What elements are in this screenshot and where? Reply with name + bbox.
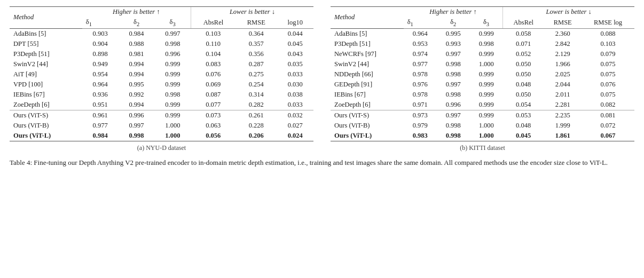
d3-cell: 0.999 [470, 110, 503, 121]
absrel-cell: 0.054 [503, 100, 544, 110]
absrel-cell: 0.071 [503, 39, 544, 49]
nyu-absrel-header: AbsRel [191, 17, 235, 28]
d2-cell: 0.996 [437, 100, 470, 110]
log10-cell: 0.075 [582, 59, 634, 69]
nyu-higher-header: Higher is better ↑ [82, 7, 191, 18]
table-row: P3Depth [51] 0.898 0.981 0.996 0.104 0.3… [10, 49, 313, 59]
ours-row: Ours (ViT-L) 0.984 0.998 1.000 0.056 0.2… [10, 131, 313, 141]
d3-cell: 0.998 [154, 90, 191, 100]
d1-cell: 0.984 [82, 131, 119, 141]
absrel-cell: 0.058 [503, 28, 544, 39]
d1-cell: 0.978 [404, 90, 437, 100]
table-row: SwinV2 [44] 0.949 0.994 0.999 0.083 0.28… [10, 59, 313, 69]
absrel-cell: 0.045 [503, 131, 544, 141]
absrel-cell: 0.083 [191, 59, 235, 69]
log10-cell: 0.076 [582, 80, 634, 90]
ours-row: Ours (ViT-B) 0.977 0.997 1.000 0.063 0.2… [10, 121, 313, 131]
absrel-cell: 0.104 [191, 49, 235, 59]
d3-cell: 0.996 [154, 49, 191, 59]
log10-cell: 0.072 [582, 121, 634, 131]
table-row: ZoeDepth [6] 0.971 0.996 0.999 0.054 2.2… [331, 100, 634, 110]
d2-cell: 0.997 [437, 49, 470, 59]
method-cell: Ours (ViT-B) [331, 121, 404, 131]
rmse-cell: 2.025 [544, 69, 582, 80]
rmse-cell: 2.011 [544, 90, 582, 100]
log10-cell: 0.024 [277, 131, 314, 141]
method-cell: NeWCRFs [97] [331, 49, 404, 59]
rmse-cell: 0.282 [235, 100, 277, 110]
kitti-header-row: Method Higher is better ↑ Lower is bette… [331, 7, 634, 18]
method-cell: AiT [49] [10, 69, 82, 80]
table-row: IEBins [67] 0.978 0.998 0.999 0.050 2.01… [331, 90, 634, 100]
log10-cell: 0.033 [277, 69, 314, 80]
d1-cell: 0.951 [82, 100, 119, 110]
log10-cell: 0.081 [582, 110, 634, 121]
ours-row: Ours (ViT-B) 0.979 0.998 1.000 0.048 1.9… [331, 121, 634, 131]
kitti-caption: (b) KITTI dataset [331, 144, 634, 152]
method-cell: AdaBins [5] [10, 28, 82, 39]
kitti-table-section: Method Higher is better ↑ Lower is bette… [331, 6, 634, 152]
d3-cell: 0.999 [154, 80, 191, 90]
d3-cell: 0.999 [470, 80, 503, 90]
rmse-cell: 0.206 [235, 131, 277, 141]
rmse-cell: 0.261 [235, 110, 277, 121]
method-cell: Ours (ViT-L) [10, 131, 82, 141]
table-row: NeWCRFs [97] 0.974 0.997 0.999 0.052 2.1… [331, 49, 634, 59]
kitti-higher-header: Higher is better ↑ [404, 7, 503, 18]
nyu-rmse-header: RMSE [235, 17, 277, 28]
rmse-cell: 2.235 [544, 110, 582, 121]
log10-cell: 0.045 [277, 39, 314, 49]
absrel-cell: 0.110 [191, 39, 235, 49]
rmse-cell: 2.281 [544, 100, 582, 110]
d2-cell: 0.994 [119, 59, 155, 69]
d2-cell: 0.998 [119, 131, 155, 141]
absrel-cell: 0.050 [503, 90, 544, 100]
d1-cell: 0.953 [404, 39, 437, 49]
table-row: VPD [100] 0.964 0.995 0.999 0.069 0.254 … [10, 80, 313, 90]
log10-cell: 0.082 [582, 100, 634, 110]
d3-cell: 0.998 [470, 39, 503, 49]
table-row: AdaBins [5] 0.964 0.995 0.999 0.058 2.36… [331, 28, 634, 39]
d2-cell: 0.995 [437, 28, 470, 39]
log10-cell: 0.075 [582, 69, 634, 80]
d3-cell: 0.999 [154, 69, 191, 80]
d2-cell: 0.996 [119, 110, 155, 121]
table-row: SwinV2 [44] 0.977 0.998 1.000 0.050 1.96… [331, 59, 634, 69]
method-cell: Ours (ViT-S) [331, 110, 404, 121]
d3-cell: 1.000 [154, 131, 191, 141]
d1-cell: 0.973 [404, 110, 437, 121]
method-cell: DPT [55] [10, 39, 82, 49]
d2-cell: 0.997 [119, 121, 155, 131]
kitti-lower-header: Lower is better ↓ [503, 7, 634, 18]
d1-cell: 0.983 [404, 131, 437, 141]
d2-cell: 0.998 [437, 69, 470, 80]
method-cell: VPD [100] [10, 80, 82, 90]
d3-cell: 0.999 [154, 110, 191, 121]
d2-cell: 0.981 [119, 49, 155, 59]
log10-cell: 0.088 [582, 28, 634, 39]
d1-cell: 0.949 [82, 59, 119, 69]
rmse-cell: 0.254 [235, 80, 277, 90]
kitti-d3-header: δ3 [470, 17, 503, 28]
log10-cell: 0.075 [582, 90, 634, 100]
absrel-cell: 0.087 [191, 90, 235, 100]
nyu-d3-header: δ3 [154, 17, 191, 28]
d1-cell: 0.978 [404, 69, 437, 80]
d1-cell: 0.904 [82, 39, 119, 49]
d2-cell: 0.997 [437, 110, 470, 121]
d2-cell: 0.995 [119, 80, 155, 90]
kitti-rmse-header: RMSE [544, 17, 582, 28]
log10-cell: 0.038 [277, 90, 314, 100]
d3-cell: 1.000 [470, 131, 503, 141]
d1-cell: 0.979 [404, 121, 437, 131]
d3-cell: 0.999 [470, 100, 503, 110]
d2-cell: 0.998 [437, 121, 470, 131]
ours-row: Ours (ViT-S) 0.961 0.996 0.999 0.073 0.2… [10, 110, 313, 121]
d1-cell: 0.954 [82, 69, 119, 80]
table-row: IEBins [67] 0.936 0.992 0.998 0.087 0.31… [10, 90, 313, 100]
method-cell: IEBins [67] [10, 90, 82, 100]
log10-cell: 0.035 [277, 59, 314, 69]
d1-cell: 0.961 [82, 110, 119, 121]
nyu-table-section: Method Higher is better ↑ Lower is bette… [10, 6, 313, 152]
log10-cell: 0.067 [582, 131, 634, 141]
